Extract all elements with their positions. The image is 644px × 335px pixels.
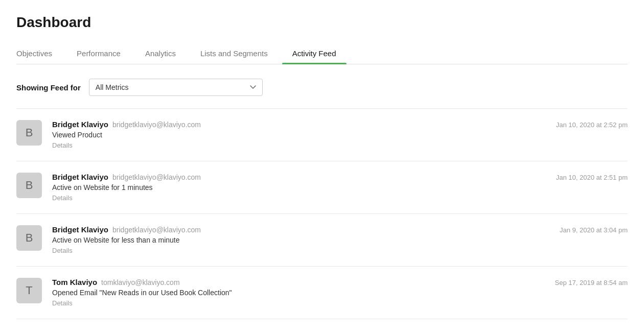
feed-content: Bridget Klaviyo bridgetklaviyo@klaviyo.c… [52,225,549,255]
feed-action: Active on Website for less than a minute [52,236,549,244]
feed-user-email: tomklaviyo@klaviyo.com [101,278,179,286]
feed-timestamp: Jan 10, 2020 at 2:52 pm [546,120,628,129]
feed-action: Viewed Product [52,131,546,139]
tab-objectives[interactable]: Objectives [16,43,62,64]
feed-content: Bridget Klaviyo bridgetklaviyo@klaviyo.c… [52,120,546,150]
feed-details-link[interactable]: Details [52,141,73,149]
feed-timestamp: Sep 17, 2019 at 8:54 am [545,278,628,286]
feed-user-name: Bridget Klaviyo [52,120,108,129]
filter-row: Showing Feed for All MetricsViewed Produ… [16,79,628,96]
tab-activity-feed[interactable]: Activity Feed [282,43,347,64]
feed-list: B Bridget Klaviyo bridgetklaviyo@klaviyo… [16,108,628,319]
feed-user-name: Tom Klaviyo [52,278,97,286]
avatar: B [16,120,42,146]
feed-user-line: Tom Klaviyo tomklaviyo@klaviyo.com [52,278,545,286]
tab-lists-and-segments[interactable]: Lists and Segments [190,43,278,64]
feed-user-name: Bridget Klaviyo [52,225,108,234]
feed-action: Opened Email "New Reads in our Used Book… [52,289,545,297]
content-area: Showing Feed for All MetricsViewed Produ… [16,64,628,319]
feed-user-email: bridgetklaviyo@klaviyo.com [112,226,201,234]
tabs-nav: Objectives Performance Analytics Lists a… [16,43,628,64]
avatar: B [16,173,42,198]
feed-user-name: Bridget Klaviyo [52,173,108,181]
feed-item: B Bridget Klaviyo bridgetklaviyo@klaviyo… [16,109,628,161]
feed-timestamp: Jan 10, 2020 at 2:51 pm [546,173,628,181]
metrics-filter-select[interactable]: All MetricsViewed ProductActive on Websi… [89,79,263,96]
feed-user-line: Bridget Klaviyo bridgetklaviyo@klaviyo.c… [52,173,546,181]
page-title: Dashboard [16,14,628,31]
feed-user-line: Bridget Klaviyo bridgetklaviyo@klaviyo.c… [52,120,546,129]
tab-analytics[interactable]: Analytics [135,43,186,64]
feed-content: Tom Klaviyo tomklaviyo@klaviyo.com Opene… [52,278,545,307]
feed-user-email: bridgetklaviyo@klaviyo.com [112,121,201,129]
feed-item: T Tom Klaviyo tomklaviyo@klaviyo.com Ope… [16,267,628,319]
feed-item: B Bridget Klaviyo bridgetklaviyo@klaviyo… [16,161,628,214]
filter-label: Showing Feed for [16,83,81,92]
feed-item: B Bridget Klaviyo bridgetklaviyo@klaviyo… [16,214,628,267]
feed-action: Active on Website for 1 minutes [52,183,546,192]
feed-user-email: bridgetklaviyo@klaviyo.com [112,173,201,181]
page-container: Dashboard Objectives Performance Analyti… [0,0,644,319]
feed-details-link[interactable]: Details [52,194,73,202]
avatar: T [16,278,42,303]
feed-details-link[interactable]: Details [52,247,73,254]
tab-performance[interactable]: Performance [66,43,131,64]
feed-content: Bridget Klaviyo bridgetklaviyo@klaviyo.c… [52,173,546,202]
avatar: B [16,225,42,251]
feed-user-line: Bridget Klaviyo bridgetklaviyo@klaviyo.c… [52,225,549,234]
feed-details-link[interactable]: Details [52,299,73,307]
feed-timestamp: Jan 9, 2020 at 3:04 pm [549,225,628,234]
